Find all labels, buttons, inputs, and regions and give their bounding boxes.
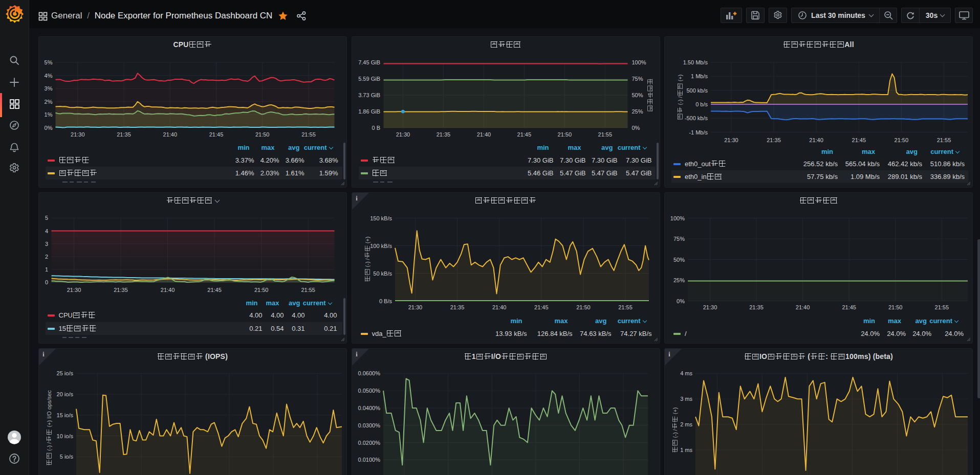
svg-text:21:55: 21:55 (937, 137, 951, 143)
svg-text:2%: 2% (44, 98, 52, 104)
svg-text:21:35: 21:35 (450, 304, 464, 310)
svg-text:21:30: 21:30 (71, 131, 85, 138)
svg-text:5 io/s: 5 io/s (59, 454, 73, 460)
svg-text:21:30: 21:30 (703, 304, 717, 310)
svg-text:100%: 100% (631, 59, 646, 65)
svg-text:21:30: 21:30 (408, 304, 422, 310)
svg-text:21:50: 21:50 (576, 304, 591, 310)
svg-text:0%: 0% (44, 125, 52, 131)
svg-text:4%: 4% (44, 72, 52, 78)
svg-text:0.0500%: 0.0500% (358, 388, 380, 394)
svg-text:21:35: 21:35 (114, 287, 128, 293)
svg-text:21:50: 21:50 (254, 287, 268, 293)
svg-text:100 kB/s: 100 kB/s (370, 242, 392, 248)
svg-text:21:55: 21:55 (301, 131, 316, 138)
svg-text:21:55: 21:55 (598, 131, 612, 138)
svg-text:1.50 Mb/s: 1.50 Mb/s (683, 59, 708, 65)
svg-text:-1 Mb/s: -1 Mb/s (689, 129, 708, 135)
svg-text:4 ms: 4 ms (680, 370, 692, 376)
svg-text:500 kb/s: 500 kb/s (686, 87, 708, 93)
svg-text:-500 kb/s: -500 kb/s (685, 115, 708, 121)
svg-text:10 io/s: 10 io/s (56, 433, 73, 439)
svg-text:0: 0 (45, 279, 48, 285)
svg-text:5%: 5% (44, 59, 52, 65)
svg-text:3%: 3% (44, 85, 52, 92)
svg-text:21:45: 21:45 (207, 287, 222, 293)
svg-text:100%: 100% (670, 215, 685, 221)
svg-text:21:35: 21:35 (117, 131, 131, 138)
svg-text:75%: 75% (631, 76, 643, 82)
svg-text:3: 3 (45, 240, 48, 246)
svg-text:0 B: 0 B (372, 125, 380, 131)
svg-text:50%: 50% (631, 92, 643, 98)
svg-text:21:50: 21:50 (888, 304, 903, 310)
svg-text:50 kB/s: 50 kB/s (373, 270, 392, 276)
svg-text:3.73 GiB: 3.73 GiB (358, 92, 380, 98)
svg-text:21:40: 21:40 (163, 131, 177, 138)
svg-text:5.59 GiB: 5.59 GiB (358, 76, 380, 82)
svg-text:21:40: 21:40 (476, 131, 491, 138)
svg-text:150 kB/s: 150 kB/s (370, 215, 392, 221)
svg-text:21:45: 21:45 (534, 304, 549, 310)
svg-text:0%: 0% (677, 298, 685, 304)
svg-text:21:55: 21:55 (618, 304, 633, 310)
svg-text:2: 2 (45, 253, 48, 259)
svg-text:1%: 1% (44, 111, 52, 118)
svg-text:21:40: 21:40 (796, 304, 810, 310)
svg-text:0.0400%: 0.0400% (358, 405, 380, 411)
svg-text:0.0100%: 0.0100% (358, 457, 380, 463)
svg-text:1 ms: 1 ms (680, 447, 692, 453)
svg-text:50%: 50% (673, 256, 685, 262)
svg-text:0.0200%: 0.0200% (358, 440, 380, 446)
svg-text:21:45: 21:45 (842, 304, 856, 310)
svg-text:75%: 75% (673, 236, 685, 242)
svg-text:21:40: 21:40 (809, 137, 823, 143)
svg-text:21:55: 21:55 (301, 287, 315, 293)
svg-text:21:50: 21:50 (895, 137, 909, 143)
svg-text:1 Mb/s: 1 Mb/s (691, 73, 708, 79)
svg-text:0.0300%: 0.0300% (358, 422, 380, 428)
svg-text:21:35: 21:35 (749, 304, 764, 310)
svg-text:21:40: 21:40 (492, 304, 506, 310)
svg-text:7.45 GiB: 7.45 GiB (358, 59, 380, 65)
svg-text:25 io/s: 25 io/s (56, 370, 73, 376)
svg-text:21:40: 21:40 (160, 287, 175, 293)
svg-text:21:30: 21:30 (396, 131, 410, 138)
svg-text:21:35: 21:35 (767, 137, 781, 143)
svg-text:3 ms: 3 ms (680, 396, 692, 402)
svg-text:0%: 0% (631, 125, 640, 131)
svg-text:21:50: 21:50 (255, 131, 269, 138)
svg-text:21:30: 21:30 (67, 287, 81, 293)
svg-text:21:30: 21:30 (724, 137, 738, 143)
svg-text:21:55: 21:55 (935, 304, 949, 310)
svg-text:4: 4 (45, 228, 48, 234)
svg-text:1: 1 (45, 266, 48, 273)
svg-text:21:45: 21:45 (517, 131, 531, 138)
svg-text:25%: 25% (673, 277, 685, 283)
svg-text:21:45: 21:45 (852, 137, 866, 143)
svg-text:21:50: 21:50 (557, 131, 572, 138)
svg-text:2 ms: 2 ms (680, 421, 692, 427)
svg-text:21:45: 21:45 (209, 131, 223, 138)
svg-text:21:35: 21:35 (436, 131, 450, 138)
svg-text:0 B/s: 0 B/s (379, 298, 392, 304)
svg-text:20 io/s: 20 io/s (56, 391, 73, 397)
svg-text:0 b/s: 0 b/s (695, 101, 708, 107)
svg-text:25%: 25% (631, 108, 643, 115)
svg-text:5: 5 (45, 215, 48, 221)
svg-text:0.0600%: 0.0600% (358, 370, 380, 376)
svg-text:15 io/s: 15 io/s (56, 412, 73, 418)
svg-text:1.86 GiB: 1.86 GiB (358, 108, 380, 115)
